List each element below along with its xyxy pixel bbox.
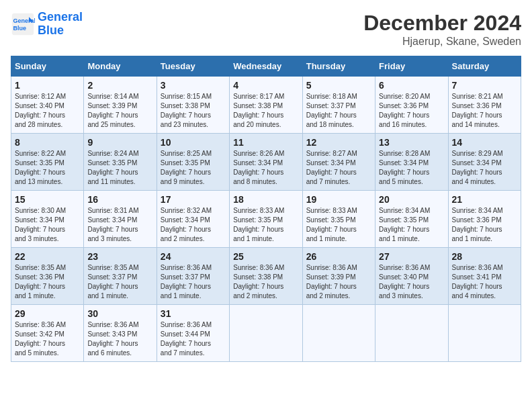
page-subtitle: Hjaerup, Skane, Sweden — [363, 36, 521, 48]
day-number: 13 — [379, 137, 444, 148]
day-info: Sunrise: 8:33 AM Sunset: 3:35 PM Dayligh… — [233, 206, 298, 244]
day-number: 22 — [15, 251, 80, 262]
day-info: Sunrise: 8:24 AM Sunset: 3:35 PM Dayligh… — [87, 149, 152, 187]
header: General Blue General Blue December 2024 … — [11, 11, 521, 48]
calendar-table: SundayMondayTuesdayWednesdayThursdayFrid… — [11, 56, 521, 362]
calendar-cell: 12Sunrise: 8:27 AM Sunset: 3:34 PM Dayli… — [302, 134, 375, 191]
day-number: 10 — [161, 137, 226, 148]
day-info: Sunrise: 8:36 AM Sunset: 3:37 PM Dayligh… — [161, 263, 226, 301]
day-number: 16 — [87, 194, 152, 205]
calendar-week-row: 15Sunrise: 8:30 AM Sunset: 3:34 PM Dayli… — [11, 191, 521, 248]
calendar-cell: 28Sunrise: 8:36 AM Sunset: 3:41 PM Dayli… — [448, 248, 521, 305]
day-info: Sunrise: 8:20 AM Sunset: 3:36 PM Dayligh… — [379, 92, 444, 130]
day-number: 1 — [15, 80, 80, 91]
day-number: 7 — [452, 80, 517, 91]
day-info: Sunrise: 8:36 AM Sunset: 3:40 PM Dayligh… — [379, 263, 444, 301]
day-info: Sunrise: 8:22 AM Sunset: 3:35 PM Dayligh… — [15, 149, 80, 187]
calendar-week-row: 8Sunrise: 8:22 AM Sunset: 3:35 PM Daylig… — [11, 134, 521, 191]
day-number: 25 — [233, 251, 298, 262]
weekday-header: Thursday — [302, 56, 375, 77]
weekday-header: Friday — [375, 56, 448, 77]
logo-line1: General — [38, 10, 83, 24]
day-number: 27 — [379, 251, 444, 262]
calendar-cell: 19Sunrise: 8:33 AM Sunset: 3:35 PM Dayli… — [302, 191, 375, 248]
day-info: Sunrise: 8:35 AM Sunset: 3:36 PM Dayligh… — [15, 263, 80, 301]
day-info: Sunrise: 8:18 AM Sunset: 3:37 PM Dayligh… — [306, 92, 371, 130]
day-number: 2 — [87, 80, 152, 91]
weekday-header: Monday — [84, 56, 157, 77]
calendar-cell: 5Sunrise: 8:18 AM Sunset: 3:37 PM Daylig… — [302, 77, 375, 134]
calendar-cell: 29Sunrise: 8:36 AM Sunset: 3:42 PM Dayli… — [11, 305, 84, 362]
day-info: Sunrise: 8:25 AM Sunset: 3:35 PM Dayligh… — [161, 149, 226, 187]
calendar-cell: 10Sunrise: 8:25 AM Sunset: 3:35 PM Dayli… — [157, 134, 229, 191]
day-info: Sunrise: 8:34 AM Sunset: 3:35 PM Dayligh… — [379, 206, 444, 244]
day-number: 31 — [161, 308, 226, 319]
calendar-cell: 13Sunrise: 8:28 AM Sunset: 3:34 PM Dayli… — [375, 134, 448, 191]
day-number: 9 — [87, 137, 152, 148]
day-info: Sunrise: 8:15 AM Sunset: 3:38 PM Dayligh… — [161, 92, 226, 130]
day-number: 29 — [15, 308, 80, 319]
calendar-cell: 18Sunrise: 8:33 AM Sunset: 3:35 PM Dayli… — [230, 191, 302, 248]
calendar-cell: 30Sunrise: 8:36 AM Sunset: 3:43 PM Dayli… — [84, 305, 157, 362]
calendar-cell: 4Sunrise: 8:17 AM Sunset: 3:38 PM Daylig… — [230, 77, 302, 134]
day-info: Sunrise: 8:34 AM Sunset: 3:36 PM Dayligh… — [452, 206, 517, 244]
calendar-cell: 31Sunrise: 8:36 AM Sunset: 3:44 PM Dayli… — [157, 305, 229, 362]
day-number: 20 — [379, 194, 444, 205]
calendar-cell: 3Sunrise: 8:15 AM Sunset: 3:38 PM Daylig… — [157, 77, 229, 134]
logo-line2: Blue — [38, 24, 64, 37]
day-number: 5 — [306, 80, 371, 91]
calendar-week-row: 1Sunrise: 8:12 AM Sunset: 3:40 PM Daylig… — [11, 77, 521, 134]
title-area: December 2024 Hjaerup, Skane, Sweden — [363, 11, 521, 48]
calendar-cell: 8Sunrise: 8:22 AM Sunset: 3:35 PM Daylig… — [11, 134, 84, 191]
day-number: 3 — [161, 80, 226, 91]
day-number: 23 — [87, 251, 152, 262]
day-number: 8 — [15, 137, 80, 148]
calendar-cell: 7Sunrise: 8:21 AM Sunset: 3:36 PM Daylig… — [448, 77, 521, 134]
calendar-cell: 26Sunrise: 8:36 AM Sunset: 3:39 PM Dayli… — [302, 248, 375, 305]
day-info: Sunrise: 8:30 AM Sunset: 3:34 PM Dayligh… — [15, 206, 80, 244]
calendar-cell: 27Sunrise: 8:36 AM Sunset: 3:40 PM Dayli… — [375, 248, 448, 305]
day-info: Sunrise: 8:31 AM Sunset: 3:34 PM Dayligh… — [87, 206, 152, 244]
calendar-cell: 21Sunrise: 8:34 AM Sunset: 3:36 PM Dayli… — [448, 191, 521, 248]
day-info: Sunrise: 8:17 AM Sunset: 3:38 PM Dayligh… — [233, 92, 298, 130]
calendar-cell: 15Sunrise: 8:30 AM Sunset: 3:34 PM Dayli… — [11, 191, 84, 248]
calendar-cell: 11Sunrise: 8:26 AM Sunset: 3:34 PM Dayli… — [230, 134, 302, 191]
calendar-cell — [230, 305, 302, 362]
svg-text:Blue: Blue — [13, 25, 27, 32]
day-info: Sunrise: 8:12 AM Sunset: 3:40 PM Dayligh… — [15, 92, 80, 130]
day-number: 12 — [306, 137, 371, 148]
logo-text: General Blue — [38, 11, 83, 38]
day-number: 26 — [306, 251, 371, 262]
day-info: Sunrise: 8:36 AM Sunset: 3:39 PM Dayligh… — [306, 263, 371, 301]
day-info: Sunrise: 8:14 AM Sunset: 3:39 PM Dayligh… — [87, 92, 152, 130]
calendar-week-row: 22Sunrise: 8:35 AM Sunset: 3:36 PM Dayli… — [11, 248, 521, 305]
page-title: December 2024 — [363, 11, 521, 36]
weekday-header-row: SundayMondayTuesdayWednesdayThursdayFrid… — [11, 56, 521, 77]
day-number: 11 — [233, 137, 298, 148]
day-number: 6 — [379, 80, 444, 91]
calendar-cell: 9Sunrise: 8:24 AM Sunset: 3:35 PM Daylig… — [84, 134, 157, 191]
calendar-cell: 14Sunrise: 8:29 AM Sunset: 3:34 PM Dayli… — [448, 134, 521, 191]
logo: General Blue General Blue — [11, 11, 83, 38]
day-info: Sunrise: 8:32 AM Sunset: 3:34 PM Dayligh… — [161, 206, 226, 244]
day-info: Sunrise: 8:29 AM Sunset: 3:34 PM Dayligh… — [452, 149, 517, 187]
calendar-cell: 24Sunrise: 8:36 AM Sunset: 3:37 PM Dayli… — [157, 248, 229, 305]
calendar-cell: 16Sunrise: 8:31 AM Sunset: 3:34 PM Dayli… — [84, 191, 157, 248]
calendar-cell: 2Sunrise: 8:14 AM Sunset: 3:39 PM Daylig… — [84, 77, 157, 134]
weekday-header: Saturday — [448, 56, 521, 77]
day-info: Sunrise: 8:36 AM Sunset: 3:38 PM Dayligh… — [233, 263, 298, 301]
day-info: Sunrise: 8:26 AM Sunset: 3:34 PM Dayligh… — [233, 149, 298, 187]
day-number: 21 — [452, 194, 517, 205]
day-info: Sunrise: 8:35 AM Sunset: 3:37 PM Dayligh… — [87, 263, 152, 301]
calendar-cell: 25Sunrise: 8:36 AM Sunset: 3:38 PM Dayli… — [230, 248, 302, 305]
day-info: Sunrise: 8:36 AM Sunset: 3:42 PM Dayligh… — [15, 320, 80, 358]
day-info: Sunrise: 8:28 AM Sunset: 3:34 PM Dayligh… — [379, 149, 444, 187]
day-number: 14 — [452, 137, 517, 148]
calendar-cell: 6Sunrise: 8:20 AM Sunset: 3:36 PM Daylig… — [375, 77, 448, 134]
logo-icon: General Blue — [11, 12, 35, 36]
day-number: 18 — [233, 194, 298, 205]
weekday-header: Wednesday — [230, 56, 302, 77]
day-number: 28 — [452, 251, 517, 262]
weekday-header: Sunday — [11, 56, 84, 77]
calendar-cell: 20Sunrise: 8:34 AM Sunset: 3:35 PM Dayli… — [375, 191, 448, 248]
